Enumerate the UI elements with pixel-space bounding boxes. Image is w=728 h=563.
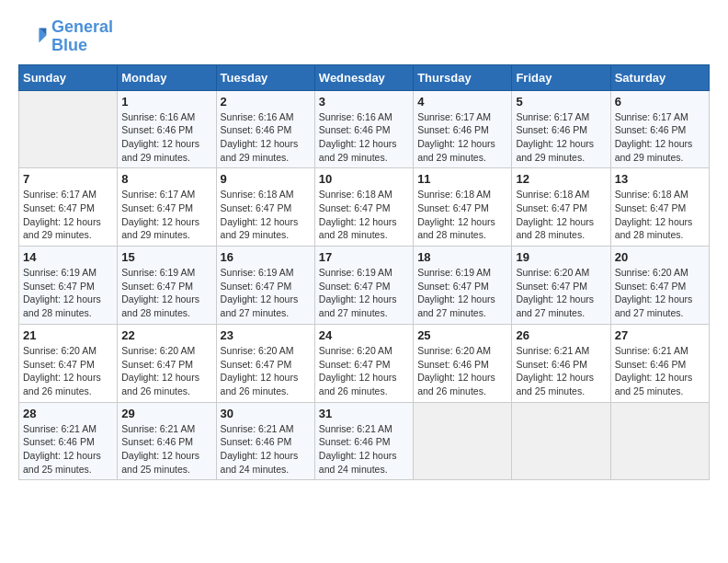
sunrise-label: Sunrise: 6:17 AM [516,111,589,122]
daylight-label: Daylight: 12 hours [319,216,397,227]
day-info: Sunrise: 6:21 AM Sunset: 6:46 PM Dayligh… [221,422,311,477]
sunset-label: Sunset: 6:46 PM [221,436,292,447]
daylight-minutes: and 26 minutes. [417,385,486,396]
daylight-minutes: and 24 minutes. [319,464,388,475]
daylight-minutes: and 24 minutes. [221,464,290,475]
calendar-cell: 29 Sunrise: 6:21 AM Sunset: 6:46 PM Dayl… [118,402,216,480]
sunrise-label: Sunrise: 6:19 AM [221,267,294,278]
sunset-label: Sunset: 6:46 PM [417,359,489,370]
day-info: Sunrise: 6:18 AM Sunset: 6:47 PM Dayligh… [417,188,507,242]
calendar-cell: 20 Sunrise: 6:20 AM Sunset: 6:47 PM Dayl… [610,247,709,325]
sunrise-label: Sunrise: 6:19 AM [121,267,195,278]
daylight-minutes: and 26 minutes. [121,385,190,396]
sunset-label: Sunset: 6:46 PM [23,436,95,447]
sunrise-label: Sunrise: 6:18 AM [417,189,491,200]
sunset-label: Sunset: 6:47 PM [121,359,193,370]
daylight-minutes: and 25 minutes. [615,385,684,396]
sunrise-label: Sunrise: 6:20 AM [615,267,688,278]
calendar-cell: 16 Sunrise: 6:19 AM Sunset: 6:47 PM Dayl… [216,247,314,325]
day-info: Sunrise: 6:21 AM Sunset: 6:46 PM Dayligh… [319,422,409,477]
calendar-cell [414,402,512,480]
day-info: Sunrise: 6:17 AM Sunset: 6:46 PM Dayligh… [615,110,705,165]
daylight-label: Daylight: 12 hours [121,372,199,383]
daylight-minutes: and 27 minutes. [417,307,486,318]
sunrise-label: Sunrise: 6:18 AM [221,189,294,200]
weekday-header-saturday: Saturday [610,64,709,90]
daylight-label: Daylight: 12 hours [516,372,594,383]
day-number: 18 [417,250,507,264]
sunset-label: Sunset: 6:47 PM [417,202,489,213]
day-info: Sunrise: 6:20 AM Sunset: 6:47 PM Dayligh… [615,266,705,320]
sunrise-label: Sunrise: 6:16 AM [121,111,195,122]
daylight-minutes: and 29 minutes. [516,152,585,163]
day-info: Sunrise: 6:19 AM Sunset: 6:47 PM Dayligh… [319,266,409,320]
sunrise-label: Sunrise: 6:21 AM [121,423,195,434]
calendar-cell: 6 Sunrise: 6:17 AM Sunset: 6:46 PM Dayli… [610,90,709,168]
daylight-label: Daylight: 12 hours [319,138,397,149]
day-number: 21 [23,328,113,342]
daylight-label: Daylight: 12 hours [417,293,495,304]
daylight-minutes: and 29 minutes. [121,152,190,163]
calendar-cell: 26 Sunrise: 6:21 AM Sunset: 6:46 PM Dayl… [512,324,610,402]
calendar-cell: 5 Sunrise: 6:17 AM Sunset: 6:46 PM Dayli… [512,90,610,168]
day-number: 7 [23,172,113,186]
sunrise-label: Sunrise: 6:21 AM [221,423,294,434]
daylight-minutes: and 29 minutes. [23,229,92,240]
day-number: 15 [121,250,211,264]
calendar-cell: 19 Sunrise: 6:20 AM Sunset: 6:47 PM Dayl… [512,247,610,325]
sunrise-label: Sunrise: 6:20 AM [319,345,392,356]
day-number: 11 [417,172,507,186]
calendar-cell: 12 Sunrise: 6:18 AM Sunset: 6:47 PM Dayl… [512,168,610,247]
weekday-header-friday: Friday [512,64,610,90]
day-info: Sunrise: 6:20 AM Sunset: 6:46 PM Dayligh… [417,344,507,398]
sunset-label: Sunset: 6:47 PM [23,359,95,370]
daylight-label: Daylight: 12 hours [516,138,594,149]
daylight-label: Daylight: 12 hours [615,216,693,227]
daylight-label: Daylight: 12 hours [23,372,101,383]
daylight-minutes: and 26 minutes. [23,385,92,396]
daylight-minutes: and 28 minutes. [516,229,585,240]
calendar-cell: 21 Sunrise: 6:20 AM Sunset: 6:47 PM Dayl… [19,324,118,402]
calendar-cell: 25 Sunrise: 6:20 AM Sunset: 6:46 PM Dayl… [414,324,512,402]
daylight-label: Daylight: 12 hours [121,293,199,304]
day-info: Sunrise: 6:20 AM Sunset: 6:47 PM Dayligh… [23,344,113,398]
day-number: 1 [121,95,211,109]
calendar-cell: 9 Sunrise: 6:18 AM Sunset: 6:47 PM Dayli… [216,168,314,247]
day-number: 9 [221,172,311,186]
calendar-cell: 15 Sunrise: 6:19 AM Sunset: 6:47 PM Dayl… [118,247,216,325]
calendar-cell: 22 Sunrise: 6:20 AM Sunset: 6:47 PM Dayl… [118,324,216,402]
day-info: Sunrise: 6:17 AM Sunset: 6:46 PM Dayligh… [417,110,507,165]
calendar-cell: 4 Sunrise: 6:17 AM Sunset: 6:46 PM Dayli… [414,90,512,168]
sunrise-label: Sunrise: 6:20 AM [516,267,589,278]
day-number: 27 [615,328,705,342]
daylight-minutes: and 28 minutes. [615,229,684,240]
day-number: 2 [221,95,311,109]
day-info: Sunrise: 6:19 AM Sunset: 6:47 PM Dayligh… [121,266,211,320]
daylight-label: Daylight: 12 hours [417,216,495,227]
day-info: Sunrise: 6:21 AM Sunset: 6:46 PM Dayligh… [23,422,113,477]
sunset-label: Sunset: 6:46 PM [615,124,687,135]
sunset-label: Sunset: 6:47 PM [221,359,292,370]
calendar-cell: 18 Sunrise: 6:19 AM Sunset: 6:47 PM Dayl… [414,247,512,325]
sunrise-label: Sunrise: 6:19 AM [319,267,392,278]
daylight-minutes: and 29 minutes. [121,229,190,240]
sunset-label: Sunset: 6:47 PM [615,281,687,292]
sunset-label: Sunset: 6:47 PM [319,359,391,370]
sunset-label: Sunset: 6:47 PM [516,202,587,213]
sunset-label: Sunset: 6:47 PM [221,202,292,213]
calendar-cell: 17 Sunrise: 6:19 AM Sunset: 6:47 PM Dayl… [314,247,413,325]
day-info: Sunrise: 6:19 AM Sunset: 6:47 PM Dayligh… [23,266,113,320]
sunset-label: Sunset: 6:47 PM [23,281,95,292]
daylight-minutes: and 27 minutes. [615,307,684,318]
day-number: 16 [221,250,311,264]
weekday-header-thursday: Thursday [414,64,512,90]
daylight-label: Daylight: 12 hours [516,216,594,227]
daylight-label: Daylight: 12 hours [121,138,199,149]
day-number: 24 [319,328,409,342]
day-info: Sunrise: 6:18 AM Sunset: 6:47 PM Dayligh… [319,188,409,242]
calendar-cell: 30 Sunrise: 6:21 AM Sunset: 6:46 PM Dayl… [216,402,314,480]
day-number: 5 [516,95,606,109]
day-info: Sunrise: 6:18 AM Sunset: 6:47 PM Dayligh… [516,188,606,242]
day-number: 8 [121,172,211,186]
calendar-cell: 27 Sunrise: 6:21 AM Sunset: 6:46 PM Dayl… [610,324,709,402]
